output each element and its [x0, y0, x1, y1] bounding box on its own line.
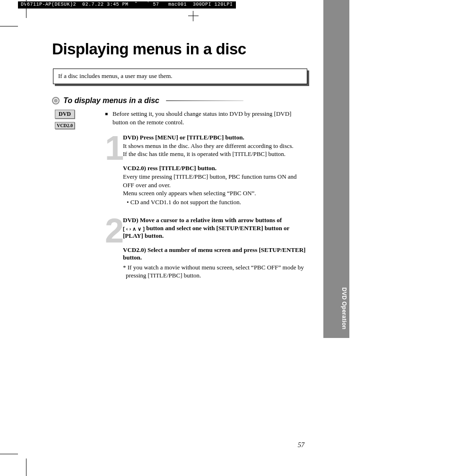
intro-text: If a disc includes menus, a user may use… [53, 69, 307, 84]
crop-mark [0, 26, 18, 26]
section-body: DVD VCD2.0 ■ Before setting it, you shou… [52, 110, 307, 279]
step2-vcd-note: * If you watch a movie without menu scre… [123, 263, 307, 279]
step1-dvd-line1: It shows menus in the disc. Also they ar… [123, 142, 307, 150]
step2-dvd-line2b: button and select one with [SETUP/ENTER]… [123, 225, 289, 239]
step2-vcd-head: VCD2.0) Select a number of menu screen a… [123, 246, 307, 261]
step1-vcd-line1: Every time pressing [TITLE/PBC] button, … [123, 173, 307, 189]
page-content: Displaying menus in a disc If a disc inc… [52, 40, 307, 290]
page-number: 57 [298, 441, 304, 449]
step2-dvd-line1: DVD) Move a cursor to a relative item wi… [123, 216, 307, 224]
step1-vcd-head: VCD2.0) ress [TITLE/PBC] button. [123, 164, 307, 172]
step-1: 1 DVD) Press [MENU] or [TITLE/PBC] butto… [123, 134, 307, 206]
crop-mark [26, 0, 26, 18]
step1-dvd-line2: If the disc has title menu, it is operat… [123, 150, 307, 158]
square-bullet-icon: ■ [105, 110, 108, 126]
lead-text: Before setting it, you should change sta… [113, 110, 307, 126]
lead-note: ■ Before setting it, you should change s… [105, 110, 307, 126]
section-bullet-icon [52, 97, 60, 104]
step2-dvd-line2: [ ‹ › ∧ ∨ ] button and select one with [… [123, 225, 307, 240]
step-number-1: 1 [105, 131, 124, 165]
section-heading-row: To display menus in a disc [52, 96, 307, 105]
arrow-buttons-icon: [ ‹ › ∧ ∨ ] [123, 226, 145, 232]
format-badges: DVD VCD2.0 [55, 110, 75, 129]
step1-dvd-head: DVD) Press [MENU] or [TITLE/PBC] button. [123, 134, 307, 141]
page-title: Displaying menus in a disc [52, 40, 307, 58]
print-info-bar: DV6711P-AP(DESUK)2 02.7.22 3:45 PM ˜ ` 5… [18, 1, 236, 9]
side-tab-label: DVD Operation [325, 287, 347, 329]
crop-mark [26, 459, 26, 476]
step1-dvd-block: DVD) Press [MENU] or [TITLE/PBC] button.… [123, 134, 307, 158]
register-mark [188, 16, 199, 16]
step1-vcd-block: VCD2.0) ress [TITLE/PBC] button. Every t… [123, 164, 307, 206]
step2-dvd-block: DVD) Move a cursor to a relative item wi… [123, 216, 307, 240]
section-rule [166, 100, 243, 101]
body-column: ■ Before setting it, you should change s… [105, 110, 307, 279]
step-number-2: 2 [105, 214, 124, 248]
badge-dvd: DVD [55, 110, 75, 119]
register-mark [193, 11, 193, 21]
step1-vcd-line2: Menu screen only appears when selecting … [123, 189, 307, 197]
crop-mark [0, 454, 18, 454]
step-2: 2 DVD) Move a cursor to a relative item … [123, 216, 307, 279]
step1-vcd-bullet: • CD and VCD1.1 do not support the funct… [127, 198, 307, 206]
intro-box: If a disc includes menus, a user may use… [53, 69, 307, 84]
step2-vcd-block: VCD2.0) Select a number of menu screen a… [123, 246, 307, 279]
section-title: To display menus in a disc [63, 96, 159, 105]
badge-vcd20: VCD2.0 [55, 122, 75, 129]
